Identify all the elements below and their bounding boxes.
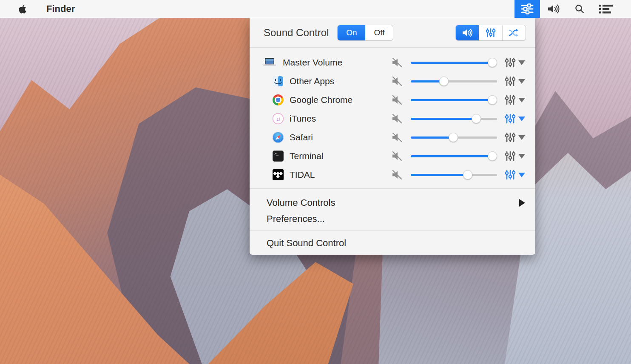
- equalizer-button[interactable]: [505, 94, 517, 105]
- channel-row: Other Apps: [250, 72, 535, 91]
- equalizer-button[interactable]: [505, 151, 517, 162]
- menu-bar-left: Finder: [0, 0, 75, 18]
- channel-label: Master Volume: [283, 57, 391, 68]
- mute-button[interactable]: [391, 95, 404, 105]
- submenu-arrow-icon: [519, 199, 525, 207]
- channel-label: Terminal: [290, 151, 391, 161]
- chevron-down-icon: [518, 154, 525, 159]
- power-on-button[interactable]: On: [338, 25, 365, 40]
- channel-options-dropdown[interactable]: [517, 60, 527, 65]
- channel-row: Master Volume: [250, 53, 535, 72]
- equalizer-button[interactable]: [505, 169, 517, 180]
- slider-knob[interactable]: [488, 58, 497, 67]
- chevron-down-icon: [518, 173, 525, 177]
- volume-slider[interactable]: [411, 58, 497, 67]
- menu-item-label: Volume Controls: [267, 197, 335, 208]
- chevron-down-icon: [518, 60, 525, 65]
- chevron-down-icon: [518, 135, 525, 140]
- notification-center-icon[interactable]: [592, 0, 620, 18]
- menu-item-preferences[interactable]: Preferences...: [250, 211, 535, 227]
- sound-control-menubar-icon[interactable]: [514, 0, 540, 18]
- finder-icon: [273, 76, 284, 87]
- slider-knob[interactable]: [488, 151, 497, 161]
- mute-button[interactable]: [391, 151, 404, 161]
- channel-label: Other Apps: [290, 76, 391, 86]
- volume-slider[interactable]: [411, 95, 497, 105]
- channel-label: TIDAL: [290, 170, 391, 180]
- channel-options-dropdown[interactable]: [517, 135, 527, 140]
- slider-fill: [411, 174, 468, 176]
- slider-fill: [411, 136, 453, 139]
- equalizer-mode-button[interactable]: [479, 25, 503, 40]
- menu-item-label: Preferences...: [267, 213, 325, 225]
- slider-fill: [411, 155, 492, 157]
- equalizer-button[interactable]: [505, 76, 517, 87]
- chevron-down-icon: [518, 98, 525, 102]
- power-off-button[interactable]: Off: [365, 25, 393, 40]
- channel-row: Safari: [250, 128, 535, 147]
- channel-row: >_ Terminal: [250, 147, 535, 165]
- mute-button[interactable]: [391, 114, 404, 124]
- chrome-icon: [273, 94, 284, 105]
- mute-button[interactable]: [391, 170, 404, 180]
- channel-options-dropdown[interactable]: [517, 98, 527, 102]
- slider-knob[interactable]: [439, 77, 449, 86]
- channel-row: TIDAL: [250, 165, 535, 184]
- itunes-icon: ♫: [273, 113, 284, 124]
- menu-bar: Finder: [0, 0, 631, 18]
- channel-options-dropdown[interactable]: [517, 173, 527, 177]
- terminal-icon: >_: [273, 151, 284, 162]
- macbook-icon: [262, 58, 277, 67]
- channel-list: Master Volume Other: [250, 48, 535, 189]
- menu-item-volume-controls[interactable]: Volume Controls: [250, 195, 535, 211]
- menu-item-label: Quit Sound Control: [267, 238, 346, 249]
- slider-knob[interactable]: [472, 114, 481, 123]
- slider-fill: [411, 118, 476, 120]
- channel-label: Safari: [290, 132, 391, 142]
- volume-menubar-icon[interactable]: [540, 0, 567, 18]
- menu-item-quit[interactable]: Quit Sound Control: [250, 235, 535, 251]
- speaker-output-mode-button[interactable]: [456, 25, 479, 40]
- mute-button[interactable]: [391, 132, 404, 142]
- equalizer-button[interactable]: [505, 57, 517, 68]
- mute-button[interactable]: [391, 57, 404, 68]
- menu-divider: [250, 230, 535, 231]
- slider-knob[interactable]: [449, 133, 458, 142]
- safari-icon: [273, 132, 284, 143]
- slider-knob[interactable]: [463, 170, 472, 179]
- volume-slider[interactable]: [411, 114, 497, 123]
- chevron-down-icon: [518, 117, 525, 121]
- volume-slider[interactable]: [411, 151, 497, 161]
- volume-slider[interactable]: [411, 77, 497, 86]
- panel-header: Sound Control On Off: [250, 18, 535, 48]
- slider-knob[interactable]: [488, 95, 497, 105]
- sound-control-panel: Sound Control On Off: [250, 18, 535, 255]
- channel-row: Google Chrome: [250, 91, 535, 109]
- panel-title: Sound Control: [264, 27, 329, 39]
- equalizer-button[interactable]: [505, 132, 517, 143]
- active-app-name[interactable]: Finder: [46, 3, 75, 14]
- shuffle-mode-button[interactable]: [503, 25, 526, 40]
- slider-fill: [411, 62, 492, 64]
- output-mode-selector: [455, 25, 526, 41]
- channel-label: iTunes: [290, 114, 391, 124]
- chevron-down-icon: [518, 79, 525, 84]
- panel-menu: Volume Controls Preferences... Quit Soun…: [250, 189, 535, 255]
- channel-options-dropdown[interactable]: [517, 154, 527, 159]
- channel-label: Google Chrome: [290, 95, 391, 105]
- apple-menu-icon[interactable]: [19, 4, 26, 14]
- equalizer-button[interactable]: [505, 113, 517, 124]
- menu-bar-status-icons: [514, 0, 631, 18]
- mute-button[interactable]: [391, 76, 404, 86]
- power-toggle: On Off: [337, 25, 393, 41]
- channel-options-dropdown[interactable]: [517, 79, 527, 84]
- spotlight-search-icon[interactable]: [567, 0, 592, 18]
- slider-fill: [411, 99, 492, 101]
- volume-slider[interactable]: [411, 133, 497, 142]
- channel-options-dropdown[interactable]: [517, 117, 527, 121]
- channel-row: ♫ iTunes: [250, 109, 535, 128]
- volume-slider[interactable]: [411, 170, 497, 179]
- tidal-icon: [273, 169, 284, 180]
